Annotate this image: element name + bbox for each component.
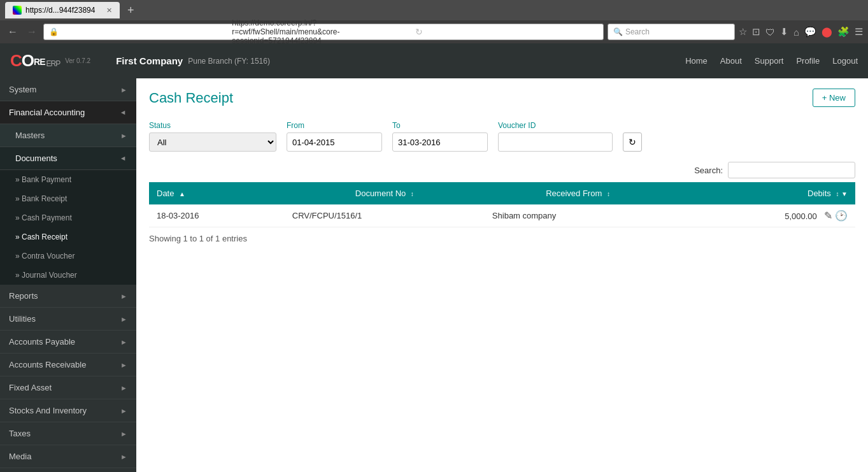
sidebar-item-documents[interactable]: Documents ▼ <box>0 147 136 170</box>
nav-profile[interactable]: Profile <box>796 56 820 66</box>
download-icon[interactable]: ⬇ <box>780 26 788 38</box>
sidebar-item-contra-voucher[interactable]: » Contra Voucher <box>0 247 136 266</box>
sidebar-label-accounts-receivable: Accounts Receivable <box>9 360 120 369</box>
menu-icon[interactable]: ☰ <box>855 26 863 38</box>
sidebar-item-stocks-inventory[interactable]: Stocks And Inventory ► <box>0 399 136 422</box>
sidebar-arrow-financial-accounting: ▼ <box>120 109 128 116</box>
sort-icon-date: ▲ <box>179 190 185 197</box>
sidebar-arrow-system: ► <box>120 86 127 94</box>
history-button[interactable]: 🕑 <box>835 210 848 222</box>
to-input[interactable] <box>392 132 488 152</box>
home-icon[interactable]: ⌂ <box>793 27 799 38</box>
sidebar-label-financial-accounting: Financial Accounting <box>9 108 120 117</box>
sort-icon-debits: ↕ <box>836 190 839 197</box>
back-button[interactable]: ← <box>5 26 20 38</box>
shield-icon[interactable]: 🛡 <box>765 27 775 38</box>
col-document-no[interactable]: Document No ↕ <box>285 182 485 204</box>
sidebar-label-system: System <box>9 85 120 94</box>
voucher-input[interactable] <box>498 132 613 152</box>
table-row: 18-03-2016 CRV/FCPU/1516/1 Shibam compan… <box>149 204 855 227</box>
url-text: https://demo.coreerp.in/?r=cwf/fwShell/m… <box>232 18 412 45</box>
sidebar-label-accounts-payable: Accounts Payable <box>9 337 120 347</box>
lock-icon: 🔒 <box>49 27 229 36</box>
sidebar-label-media: Media <box>9 452 120 461</box>
star-icon[interactable]: ☆ <box>739 26 747 38</box>
tab-bar: https://d...944f23894 ✕ + <box>0 0 868 20</box>
col-received-from[interactable]: Received From ↕ <box>485 182 671 204</box>
url-bar[interactable]: 🔒 https://demo.coreerp.in/?r=cwf/fwShell… <box>43 24 604 40</box>
status-select[interactable]: All Active Inactive <box>149 132 276 152</box>
sidebar-item-taxes[interactable]: Taxes ► <box>0 422 136 445</box>
table-header-row: Date ▲ Document No ↕ Received From ↕ Deb… <box>149 182 855 204</box>
sort-icon-received: ↕ <box>607 190 610 197</box>
search-placeholder: Search <box>625 27 650 36</box>
sidebar-item-bank-payment[interactable]: » Bank Payment <box>0 170 136 189</box>
cell-date: 18-03-2016 <box>149 204 285 227</box>
company-name: First Company <box>116 55 183 66</box>
sidebar-label-taxes: Taxes <box>9 429 120 438</box>
col-debits-extra-sort: ▼ <box>841 190 848 197</box>
sidebar-item-cash-receipt[interactable]: » Cash Receipt <box>0 227 136 247</box>
sidebar-item-utilities[interactable]: Utilities ► <box>0 308 136 331</box>
sidebar-label-reports: Reports <box>9 291 120 301</box>
nav-about[interactable]: About <box>720 56 742 66</box>
sidebar-item-accounts-payable[interactable]: Accounts Payable ► <box>0 331 136 354</box>
browser-search-bar[interactable]: 🔍 Search <box>608 24 735 40</box>
sidebar-item-reports[interactable]: Reports ► <box>0 285 136 308</box>
refresh-button[interactable]: ↻ <box>623 132 642 152</box>
logo-ore: O <box>22 51 34 70</box>
sidebar-arrow-media: ► <box>120 453 127 461</box>
sidebar-item-financial-accounting[interactable]: Financial Accounting ▼ <box>0 101 136 124</box>
sidebar-arrow-documents: ▼ <box>120 155 128 162</box>
sidebar-item-system[interactable]: System ► <box>0 78 136 101</box>
edit-button[interactable]: ✎ <box>824 210 832 222</box>
sidebar-label-utilities: Utilities <box>9 314 120 324</box>
table-edit-actions: ✎ 🕑 <box>824 211 848 221</box>
data-table: Date ▲ Document No ↕ Received From ↕ Deb… <box>149 182 855 227</box>
bookmark-icon[interactable]: ⊡ <box>752 26 760 38</box>
browser-toolbar: ← → 🔒 https://demo.coreerp.in/?r=cwf/fwS… <box>0 20 868 43</box>
search-input[interactable] <box>728 162 855 178</box>
sidebar-item-fixed-asset[interactable]: Fixed Asset ► <box>0 376 136 399</box>
logo-text: COREERP <box>10 51 60 71</box>
sidebar-sub-financial: Masters ► Documents ▼ » Bank Payment » B… <box>0 124 136 285</box>
extensions-icon[interactable]: 🧩 <box>837 26 850 38</box>
nav-logout[interactable]: Logout <box>832 56 858 66</box>
tab-close-button[interactable]: ✕ <box>106 6 112 15</box>
active-tab[interactable]: https://d...944f23894 ✕ <box>5 2 120 18</box>
security-icon[interactable]: ⬤ <box>822 26 832 38</box>
nav-support[interactable]: Support <box>755 56 784 66</box>
browser-toolbar-icons: ☆ ⊡ 🛡 ⬇ ⌂ 💬 ⬤ 🧩 ☰ <box>739 26 863 38</box>
sidebar-item-bank-receipt[interactable]: » Bank Receipt <box>0 189 136 208</box>
sidebar-item-hr-payroll[interactable]: Human Resource And Payroll ► <box>0 468 136 472</box>
sidebar-arrow-fixed-asset: ► <box>120 384 127 392</box>
chat-icon[interactable]: 💬 <box>804 26 816 38</box>
sidebar-arrow-taxes: ► <box>120 430 127 438</box>
search-label: Search: <box>694 166 723 175</box>
sidebar-item-journal-voucher[interactable]: » Journal Voucher <box>0 266 136 285</box>
sidebar-arrow-utilities: ► <box>120 315 127 323</box>
tab-title: https://d...944f23894 <box>25 6 95 15</box>
new-button[interactable]: + New <box>813 89 855 107</box>
sidebar-arrow-accounts-receivable: ► <box>120 361 127 369</box>
search-bar: Search: <box>136 158 868 182</box>
nav-home[interactable]: Home <box>685 56 708 66</box>
sidebar-label-fixed-asset: Fixed Asset <box>9 383 120 392</box>
sidebar-label-documents: Documents <box>15 154 120 163</box>
new-tab-button[interactable]: + <box>122 4 139 17</box>
sidebar-item-cash-payment[interactable]: » Cash Payment <box>0 208 136 227</box>
sidebar-label-stocks-inventory: Stocks And Inventory <box>9 406 120 415</box>
reload-button[interactable]: ↻ <box>413 27 598 37</box>
sidebar-item-masters[interactable]: Masters ► <box>0 124 136 147</box>
col-debits[interactable]: Debits ↕ ▼ <box>671 182 855 204</box>
sidebar-item-media[interactable]: Media ► <box>0 445 136 468</box>
sidebar: System ► Financial Accounting ▼ Masters … <box>0 78 136 472</box>
col-date[interactable]: Date ▲ <box>149 182 285 204</box>
forward-button[interactable]: → <box>24 26 39 38</box>
sidebar-item-accounts-receivable[interactable]: Accounts Receivable ► <box>0 354 136 376</box>
cell-document-no: CRV/FCPU/1516/1 <box>285 204 485 227</box>
entries-info: Showing 1 to 1 of 1 entries <box>136 227 868 250</box>
search-icon: 🔍 <box>613 27 623 36</box>
status-filter-group: Status All Active Inactive <box>149 121 276 152</box>
from-input[interactable] <box>287 132 382 152</box>
